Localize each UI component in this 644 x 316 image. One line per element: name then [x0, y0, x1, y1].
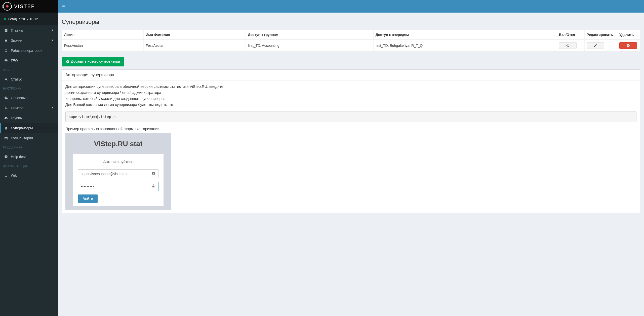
logo-icon: [3, 2, 12, 11]
person-icon: [4, 126, 8, 130]
example-app-title: ViStep.RU stat: [73, 138, 164, 150]
lock-icon: [149, 183, 158, 189]
auth-text-line: и пароль, который указали для созданного…: [65, 96, 636, 102]
sidebar: VISTEP Сегодня 2017-10-12 Главная: [0, 0, 58, 316]
page-title: Супервизоры: [62, 18, 640, 25]
nav-home[interactable]: Главная: [0, 25, 58, 35]
example-login-value: supervisor\support@vistep.ru: [78, 171, 149, 177]
nav-groups[interactable]: Группы: [0, 113, 58, 123]
today-date-label: Сегодня 2017-10-12: [8, 17, 38, 21]
nav-label: Супервизоры: [11, 126, 33, 130]
nav-label: Звонки: [11, 38, 22, 43]
supervisors-table: Логин Имя Фамилия Доступ к группам Досту…: [62, 30, 640, 52]
nav-group-atc: АТС: [0, 66, 58, 74]
main: Супервизоры Логин Имя Фамилия Доступ к г…: [58, 0, 644, 316]
today-date: Сегодня 2017-10-12: [0, 13, 58, 25]
edit-button[interactable]: [587, 42, 604, 49]
sidebar-toggle-button[interactable]: [62, 4, 66, 9]
plus-circle-icon: [66, 60, 69, 63]
nav-status[interactable]: Статус: [0, 74, 58, 84]
example-login-screenshot: ViStep.RU stat Авторизируйтесь superviso…: [65, 133, 171, 210]
example-label: Пример правильно заполненной формы автор…: [65, 126, 636, 132]
col-delete: Удалить: [617, 30, 640, 40]
auth-text-line: логин созданного супервизора \ email адм…: [65, 90, 636, 96]
dashboard-icon: [4, 29, 8, 32]
bell-icon: [4, 39, 8, 42]
topbar: [58, 0, 644, 13]
nav-helpdesk[interactable]: Help desk: [0, 152, 58, 162]
auth-panel-title: Авторизация супервизора: [62, 70, 640, 81]
nav-basic[interactable]: Основные: [0, 93, 58, 103]
brand-logo[interactable]: VISTEP: [0, 0, 58, 13]
table-row: FessAectan FessAectan first_TD, Accounti…: [62, 40, 640, 52]
nav-label: ГЕО: [11, 59, 18, 63]
example-password-value: •••••••••: [78, 184, 149, 189]
phone-icon: [4, 106, 8, 110]
col-name: Имя Фамилия: [144, 30, 246, 40]
nav-supervisors[interactable]: Супервизоры: [0, 123, 58, 133]
comments-icon: [4, 136, 8, 140]
nav-wiki[interactable]: Wiki: [0, 170, 58, 180]
power-icon: [566, 44, 570, 47]
nav-label: Help desk: [11, 155, 26, 159]
nav-label: Группы: [11, 116, 23, 120]
example-subtitle: Авторизируйтесь: [78, 159, 158, 165]
nav-label: Номера: [11, 106, 24, 110]
auth-panel: Авторизация супервизора Для авторизации …: [62, 69, 640, 213]
col-toggle: Вкл/Откл: [557, 30, 585, 40]
minus-circle-icon: [626, 44, 630, 47]
brand-name: VISTEP: [14, 4, 35, 9]
cell-login: FessAectan: [62, 40, 144, 52]
nav-operators[interactable]: Работа операторов: [0, 46, 58, 56]
cell-groups: first_TD, Accounting: [246, 40, 373, 52]
col-queues: Доступ к очередям: [373, 30, 557, 40]
nav-calls[interactable]: Звонки: [0, 35, 58, 46]
nav-main: Главная Звонки Работа операторов: [0, 25, 58, 180]
hamburger-icon: [62, 4, 66, 8]
auth-text-line: Для авторизации супервизора в облачной в…: [65, 84, 636, 90]
nav-label: Статус: [11, 77, 22, 81]
nav-geo[interactable]: ГЕО: [0, 56, 58, 66]
nav-group-docs: ДОКУМЕНТАЦИЯ: [0, 162, 58, 170]
book-icon: [4, 174, 8, 177]
col-edit: Редактировать: [585, 30, 617, 40]
auth-text-line: Для Вашей компании логин супервизора буд…: [65, 102, 636, 108]
col-groups: Доступ к группам: [246, 30, 373, 40]
toggle-button[interactable]: [559, 42, 577, 49]
globe-icon: [4, 59, 8, 62]
example-login-button-label: Войти: [83, 196, 93, 201]
chevron-left-icon: [51, 106, 54, 110]
delete-button[interactable]: [619, 42, 637, 49]
nav-comments[interactable]: Комментарии: [0, 133, 58, 143]
envelope-icon: [149, 171, 158, 177]
users-icon: [4, 116, 8, 120]
refresh-icon: [4, 49, 8, 52]
wrench-icon: [4, 77, 8, 81]
status-online-icon: [4, 18, 6, 20]
example-login-input: supervisor\support@vistep.ru: [78, 169, 158, 178]
nav-label: Основные: [11, 96, 27, 100]
nav-label: Работа операторов: [11, 49, 43, 53]
cell-queues: first_TD, Buhgalteriya, R_T_Q: [373, 40, 557, 52]
example-login-button: Войти: [78, 194, 98, 203]
chevron-left-icon: [51, 38, 54, 43]
nav-group-settings: НАСТРОЙКИ: [0, 84, 58, 93]
cog-icon: [4, 96, 8, 100]
nav-label: Главная: [11, 28, 24, 32]
cell-name: FessAectan: [144, 40, 246, 52]
example-password-input: •••••••••: [78, 182, 158, 191]
edit-icon: [594, 44, 597, 47]
chevron-left-icon: [51, 28, 54, 32]
add-supervisor-button[interactable]: Добавить нового супервизора: [62, 57, 124, 66]
nav-label: Wiki: [11, 173, 17, 177]
col-login: Логин: [62, 30, 144, 40]
nav-label: Комментарии: [11, 136, 33, 140]
nav-group-support: ПОДДЕРЖКА: [0, 143, 58, 152]
nav-numbers[interactable]: Номера: [0, 103, 58, 113]
login-example-code: supervisor\ee@vistep.ru: [65, 111, 636, 122]
add-supervisor-label: Добавить нового супервизора: [71, 59, 120, 64]
question-icon: [4, 155, 8, 159]
supervisors-table-box: Логин Имя Фамилия Доступ к группам Досту…: [62, 30, 640, 52]
